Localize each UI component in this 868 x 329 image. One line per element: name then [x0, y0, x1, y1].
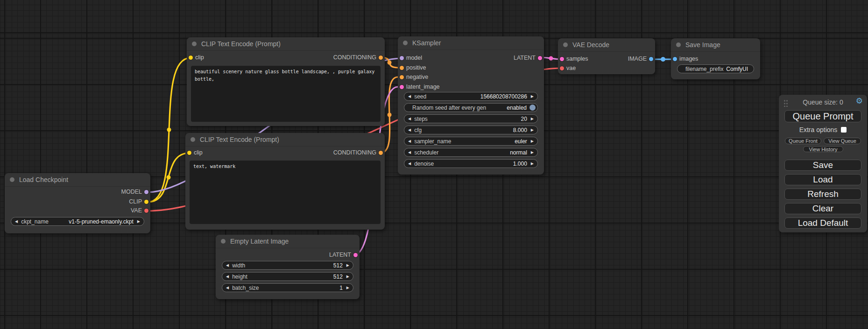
port-latent-output[interactable] — [538, 56, 542, 60]
node-clip-text-encode-positive[interactable]: CLIP Text Encode (Prompt) clip CONDITION… — [187, 37, 385, 126]
increment-arrow-icon[interactable]: ▶ — [531, 162, 534, 166]
port-model-output[interactable] — [144, 190, 148, 194]
widget-label: Random seed after every gen — [412, 105, 486, 111]
port-image-output[interactable] — [649, 57, 653, 61]
collapse-dot-icon[interactable] — [192, 42, 197, 46]
node-ksampler[interactable]: KSampler model LATENT positive negative … — [398, 36, 544, 175]
increment-arrow-icon[interactable]: ▶ — [531, 140, 534, 143]
node-header[interactable]: KSampler — [398, 36, 544, 50]
decrement-arrow-icon[interactable]: ◀ — [226, 264, 229, 267]
widget-value: 1.000 — [513, 161, 527, 167]
increment-arrow-icon[interactable]: ▶ — [531, 117, 534, 121]
extra-options-checkbox[interactable] — [841, 127, 847, 133]
widget-label: seed — [414, 93, 426, 100]
increment-arrow-icon[interactable]: ▶ — [137, 220, 140, 224]
link-midpoint-dot — [388, 61, 392, 65]
collapse-dot-icon[interactable] — [563, 42, 568, 47]
widget-ckpt-name[interactable]: ◀ ckpt_name v1-5-pruned-emaonly.ckpt ▶ — [11, 217, 144, 226]
input-label: clip — [194, 149, 203, 156]
toggle-circle-icon[interactable] — [529, 105, 536, 111]
decrement-arrow-icon[interactable]: ◀ — [408, 162, 411, 166]
collapse-dot-icon[interactable] — [221, 239, 226, 244]
widget-filename-prefix[interactable]: filename_prefix ComfyUI — [677, 64, 754, 73]
port-negative-input[interactable] — [400, 75, 404, 79]
widget-value: enabled — [507, 105, 527, 111]
node-empty-latent-image[interactable]: Empty Latent Image LATENT ◀ width 512 ▶ … — [216, 235, 360, 299]
port-latent-output[interactable] — [353, 253, 358, 257]
increment-arrow-icon[interactable]: ▶ — [531, 128, 534, 132]
increment-arrow-icon[interactable]: ▶ — [531, 151, 534, 154]
widget-label: height — [232, 273, 247, 280]
prompt-textarea[interactable]: beautiful scenery nature glass bottle la… — [191, 66, 381, 122]
node-save-image[interactable]: Save Image images filename_prefix ComfyU… — [671, 38, 760, 79]
widget-scheduler[interactable]: ◀ scheduler normal ▶ — [404, 148, 538, 157]
node-header[interactable]: Load Checkpoint — [5, 173, 150, 187]
decrement-arrow-icon[interactable]: ◀ — [408, 95, 411, 98]
decrement-arrow-icon[interactable]: ◀ — [408, 117, 411, 121]
gear-icon[interactable]: ⚙ — [856, 97, 863, 105]
decrement-arrow-icon[interactable]: ◀ — [15, 220, 18, 224]
collapse-dot-icon[interactable] — [191, 137, 195, 142]
widget-label: width — [232, 262, 245, 269]
output-label: MODEL — [121, 189, 142, 195]
node-header[interactable]: Save Image — [671, 38, 760, 52]
port-positive-input[interactable] — [400, 66, 404, 70]
widget-value: v1-5-pruned-emaonly.ckpt — [69, 218, 134, 225]
extra-options-label: Extra options — [799, 126, 838, 133]
widget-value: ComfyUI — [726, 66, 748, 72]
collapse-dot-icon[interactable] — [676, 42, 681, 47]
increment-arrow-icon[interactable]: ▶ — [346, 264, 349, 267]
queue-front-button[interactable]: Queue Front — [785, 138, 821, 144]
widget-height[interactable]: ◀ height 512 ▶ — [222, 272, 353, 281]
node-title: CLIP Text Encode (Prompt) — [201, 40, 281, 48]
load-button[interactable]: Load — [784, 174, 861, 185]
decrement-arrow-icon[interactable]: ◀ — [408, 140, 411, 143]
view-history-button[interactable]: View History — [803, 146, 843, 152]
widget-sampler-name[interactable]: ◀ sampler_name euler ▶ — [404, 137, 538, 146]
load-default-button[interactable]: Load Default — [784, 217, 861, 229]
port-conditioning-output[interactable] — [379, 151, 383, 155]
port-clip-input[interactable] — [189, 56, 193, 60]
decrement-arrow-icon[interactable]: ◀ — [226, 275, 229, 279]
view-queue-button[interactable]: View Queue — [824, 138, 861, 144]
node-header[interactable]: CLIP Text Encode (Prompt) — [185, 133, 385, 147]
save-button[interactable]: Save — [784, 160, 861, 171]
widget-cfg[interactable]: ◀ cfg 8.000 ▶ — [404, 126, 538, 134]
increment-arrow-icon[interactable]: ▶ — [346, 275, 349, 279]
port-images-input[interactable] — [673, 57, 677, 61]
port-vae-input[interactable] — [560, 66, 564, 70]
refresh-button[interactable]: Refresh — [784, 189, 861, 200]
collapse-dot-icon[interactable] — [403, 41, 408, 45]
port-model-input[interactable] — [400, 56, 404, 60]
widget-denoise[interactable]: ◀ denoise 1.000 ▶ — [404, 159, 538, 168]
increment-arrow-icon[interactable]: ▶ — [346, 286, 349, 290]
node-vae-decode[interactable]: VAE Decode samples IMAGE vae — [558, 38, 655, 74]
widget-steps[interactable]: ◀ steps 20 ▶ — [404, 114, 538, 123]
increment-arrow-icon[interactable]: ▶ — [531, 95, 534, 98]
node-header[interactable]: Empty Latent Image — [216, 235, 360, 248]
widget-seed[interactable]: ◀ seed 156680208700286 ▶ — [404, 92, 538, 101]
node-header[interactable]: VAE Decode — [558, 38, 655, 52]
node-clip-text-encode-negative[interactable]: CLIP Text Encode (Prompt) clip CONDITION… — [185, 133, 385, 230]
node-header[interactable]: CLIP Text Encode (Prompt) — [187, 37, 385, 51]
port-samples-input[interactable] — [560, 57, 564, 61]
port-clip-output[interactable] — [144, 200, 148, 204]
node-title: CLIP Text Encode (Prompt) — [200, 136, 279, 143]
decrement-arrow-icon[interactable]: ◀ — [408, 128, 411, 132]
decrement-arrow-icon[interactable]: ◀ — [408, 151, 411, 154]
port-latent-image-input[interactable] — [400, 85, 404, 89]
node-load-checkpoint[interactable]: Load Checkpoint MODEL CLIP VAE ◀ ckpt_na… — [5, 173, 150, 233]
port-conditioning-output[interactable] — [379, 56, 383, 60]
widget-width[interactable]: ◀ width 512 ▶ — [222, 261, 353, 270]
clear-button[interactable]: Clear — [784, 203, 861, 214]
input-label: images — [679, 56, 698, 62]
collapse-dot-icon[interactable] — [10, 177, 14, 182]
widget-random-seed-toggle[interactable]: Random seed after every gen enabled — [404, 103, 538, 112]
widget-label: denoise — [414, 161, 434, 167]
port-vae-output[interactable] — [144, 209, 148, 213]
port-clip-input[interactable] — [187, 151, 191, 155]
decrement-arrow-icon[interactable]: ◀ — [226, 286, 229, 290]
widget-batch-size[interactable]: ◀ batch_size 1 ▶ — [222, 283, 353, 292]
queue-prompt-button[interactable]: Queue Prompt — [784, 110, 861, 122]
prompt-textarea[interactable]: text, watermark — [190, 161, 381, 224]
